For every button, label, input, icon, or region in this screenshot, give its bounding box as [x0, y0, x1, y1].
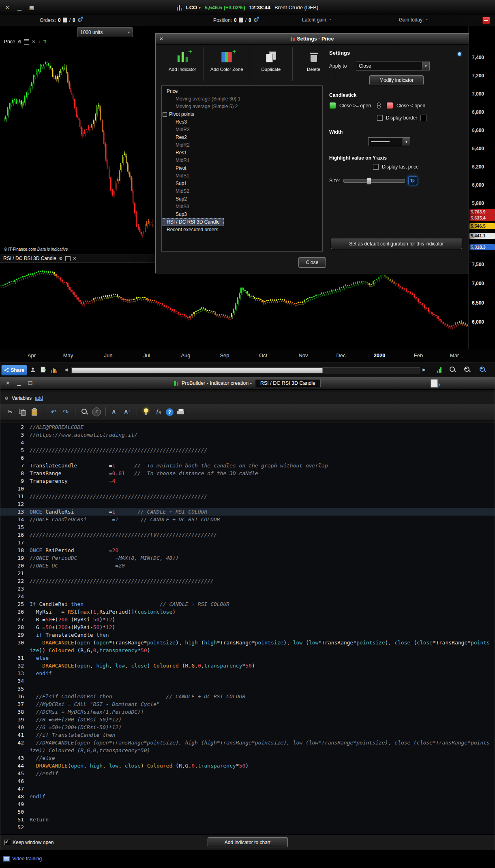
redo-icon[interactable]: ↷	[61, 407, 71, 417]
code-text[interactable]: DRAWCANDLE(open, high, low, close) Colou…	[30, 662, 495, 670]
tree-item-midr3[interactable]: MidR3	[162, 126, 322, 134]
code-line[interactable]: 42 //DRAWCANDLE(open-(open*TransRange*po…	[0, 739, 495, 754]
time-axis[interactable]: AprMayJunJulAugSepOctNovDec2020FebMar	[0, 349, 495, 363]
chart-scrollbar[interactable]	[71, 367, 420, 373]
code-line[interactable]: 36 //Elsif CandleDCRsi then // CANDLE + …	[0, 693, 495, 700]
code-text[interactable]: endif	[30, 793, 495, 800]
code-line[interactable]: 31 else	[0, 654, 495, 662]
code-line[interactable]: 21	[0, 569, 495, 577]
scrollbar-thumb[interactable]	[72, 368, 323, 373]
reset-icon[interactable]: ↻	[408, 176, 417, 185]
code-line[interactable]: 32 DRAWCANDLE(open, high, low, close) Co…	[0, 662, 495, 670]
border-color-swatch[interactable]	[420, 115, 427, 121]
code-text[interactable]: DRAWCANDLE(open-(open*TransRange*pointsi…	[30, 639, 495, 654]
set-default-button[interactable]: Set as default configuration for this in…	[331, 239, 462, 249]
code-line[interactable]: 51Return	[0, 816, 495, 823]
code-text[interactable]	[30, 593, 495, 600]
link-colors-icon[interactable]	[377, 102, 381, 109]
alert-icon[interactable]	[482, 17, 490, 24]
add-indicator-button[interactable]: +Add Indicator	[161, 47, 204, 81]
code-line[interactable]: 33 endif	[0, 670, 495, 677]
code-text[interactable]: DRAWCANDLE(open, high, low, close) Colou…	[30, 762, 495, 770]
code-line[interactable]: 26 MyRsi = RSI[max(1,RsiPeriod)](customc…	[0, 608, 495, 616]
code-line[interactable]: 15	[0, 523, 495, 531]
paste-icon[interactable]	[30, 407, 39, 417]
code-line[interactable]: 11//////////////////////////////////////…	[0, 493, 495, 500]
code-text[interactable]	[30, 569, 495, 577]
code-text[interactable]	[30, 677, 495, 685]
wrench-icon[interactable]: ⚙	[17, 39, 21, 45]
size-slider-thumb[interactable]	[367, 177, 371, 185]
modify-indicator-button[interactable]: Modify indicator	[369, 75, 424, 85]
code-text[interactable]: //R =50+(200-(DCRsi-50)*12)	[30, 716, 495, 723]
code-text[interactable]: Return	[30, 816, 495, 823]
code-text[interactable]: Transparency =4	[30, 477, 495, 485]
code-line[interactable]: 2//ALE@PROREALCODE	[0, 423, 495, 431]
code-line[interactable]: 13ONCE CandleRsi =1 // CANDLE + RSI COLO…	[0, 508, 495, 516]
code-text[interactable]	[30, 685, 495, 693]
expand-panel-icon[interactable]: ⇈	[43, 39, 47, 45]
code-text[interactable]: ////////////////////////////////////////…	[30, 493, 495, 500]
duplicate-button[interactable]: Duplicate	[250, 47, 293, 81]
code-text[interactable]: TranslateCandle =1 // To maintain both t…	[30, 462, 495, 469]
code-line[interactable]: 12	[0, 500, 495, 508]
help-icon[interactable]: ?	[166, 408, 174, 416]
share-button[interactable]: Share	[1, 365, 27, 375]
collapse-icon[interactable]: −	[163, 112, 167, 117]
rsi-candle-chart-canvas[interactable]	[0, 262, 468, 349]
code-text[interactable]: If CandleRsi then // CANDLE + RSI COLOUR	[30, 600, 495, 608]
code-text[interactable]: //DRAWCANDLE(open-(open*TransRange*point…	[30, 739, 495, 754]
code-line[interactable]: 47	[0, 785, 495, 793]
window-icon[interactable]	[65, 256, 71, 261]
code-line[interactable]: 44 DRAWCANDLE(open, high, low, close) Co…	[0, 762, 495, 770]
code-line[interactable]: 48endif	[0, 793, 495, 800]
code-text[interactable]: ONCE CandleRsi =1 // CANDLE + RSI COLOUR	[30, 508, 495, 516]
code-line[interactable]: 27 R =50+(200-(MyRsi-50)*12)	[0, 616, 495, 623]
add-color-zone-button[interactable]: +Add Color Zone	[204, 47, 250, 81]
trader-profile-icon[interactable]	[28, 366, 37, 374]
code-line[interactable]: 7TranslateCandle =1 // To maintain both …	[0, 462, 495, 469]
apply-to-select[interactable]: Close ▼	[356, 62, 430, 70]
code-line[interactable]: 52	[0, 823, 495, 831]
font-decrease-icon[interactable]: A⁻	[110, 407, 120, 417]
code-text[interactable]: ////////////////////////////////////////…	[30, 577, 495, 585]
dialog-titlebar[interactable]: ✕ Settings - Price	[156, 34, 469, 45]
tree-item-res2[interactable]: Res2	[162, 134, 322, 141]
wrench-icon[interactable]: ⚙	[59, 256, 63, 261]
export-data-icon[interactable]	[39, 366, 48, 374]
tree-item-midr1[interactable]: MidR1	[162, 157, 322, 164]
code-text[interactable]: endif	[30, 670, 495, 677]
code-text[interactable]	[30, 823, 495, 831]
code-line[interactable]: 5///////////////////////////////////////…	[0, 446, 495, 454]
width-select[interactable]: ▼	[368, 137, 410, 146]
print-icon[interactable]	[176, 407, 186, 417]
code-line[interactable]: 6	[0, 454, 495, 462]
code-text[interactable]	[30, 800, 495, 808]
code-text[interactable]: //DCRsi = MyDCRsi[max(1,PeriodDC)]	[30, 708, 495, 716]
code-text[interactable]: //else	[30, 754, 495, 762]
code-line[interactable]: 20//ONCE DC =20	[0, 562, 495, 569]
code-text[interactable]: //ONCE CandleDCRsi =1 // CANDLE + DC RSI…	[30, 516, 495, 523]
code-line[interactable]: 35	[0, 685, 495, 693]
code-text[interactable]: //ALE@PROREALCODE	[30, 423, 495, 431]
dialog-close-button[interactable]: Close	[298, 257, 326, 268]
tree-item-sup2[interactable]: Sup2	[162, 195, 322, 203]
keep-window-checkbox[interactable]	[4, 840, 10, 845]
tree-item-price[interactable]: Price	[162, 87, 322, 95]
code-text[interactable]: //////////////////////////////////////\V…	[30, 531, 495, 539]
tree-item-mids1[interactable]: MidS1	[162, 172, 322, 180]
code-line[interactable]: 17	[0, 539, 495, 546]
tree-item-sup1[interactable]: Sup1	[162, 180, 322, 188]
code-text[interactable]	[30, 485, 495, 493]
tree-item-midr2[interactable]: MidR2	[162, 141, 322, 149]
code-line[interactable]: 29 if TranslateCandle then	[0, 631, 495, 639]
font-increase-icon[interactable]: A⁺	[122, 407, 132, 417]
code-line[interactable]: 45 //endif	[0, 770, 495, 777]
code-text[interactable]: R =50+(200-(MyRsi-50)*12)	[30, 616, 495, 623]
code-text[interactable]: else	[30, 654, 495, 662]
code-editor[interactable]: 2//ALE@PROREALCODE3//https://www.automat…	[0, 423, 495, 835]
code-line[interactable]: 16//////////////////////////////////////…	[0, 531, 495, 539]
size-slider[interactable]	[343, 179, 405, 183]
code-line[interactable]: 22//////////////////////////////////////…	[0, 577, 495, 585]
keep-window-option[interactable]: Keep window open	[4, 840, 54, 845]
